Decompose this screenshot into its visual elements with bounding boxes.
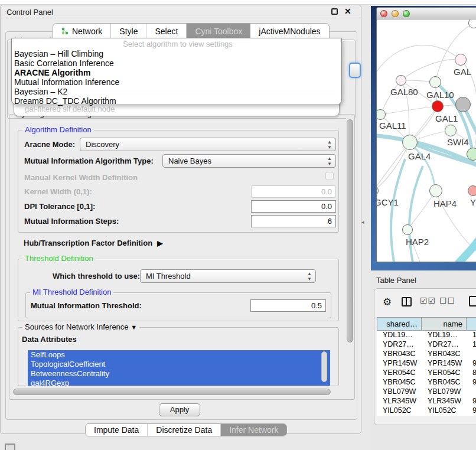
close-icon[interactable]: ✕ [344,6,351,16]
minimize-button[interactable] [392,10,399,17]
table-row[interactable]: YPR145WYPR145W9. [377,359,476,369]
attribute-item[interactable]: SelfLoops [28,350,330,360]
minimized-panel-icon[interactable] [5,444,15,450]
aracne-mode-combo[interactable]: Discovery ▲▼ [80,138,336,151]
network-view-window[interactable]: GALGAL80GAL10GAL1GAL11SWI4GAL4GCY1HAP4YH… [376,7,476,262]
table-row[interactable]: YIL052CYIL052C9 [377,406,476,416]
network-node-hap2[interactable] [402,224,413,235]
table-cell: YBR045C [377,378,422,387]
network-edge [377,142,410,191]
table-row[interactable]: YDL19…YDL19…13 [377,331,476,340]
tab-infer-network[interactable]: Infer Network [221,424,286,436]
algorithm-combo-button[interactable] [349,63,361,78]
node-label: Y [470,197,476,207]
algorithm-option[interactable]: Mutual Information Inference [14,77,341,87]
application-root: Control Panel ✕ NetworkStyleSelectCyni T… [0,0,476,450]
table-row[interactable]: YER054CYER054C8. [377,369,476,378]
network-node-gal10[interactable] [429,76,441,88]
settings-vertical-scrollbar[interactable] [346,118,354,391]
gear-icon[interactable]: ⚙ [383,296,392,308]
node-label: GAL4 [408,151,431,161]
column-browser-icon[interactable] [402,297,412,306]
table-cell: 9. [467,397,476,406]
hub-definition-toggle[interactable]: Hub/Transcription Factor Definition▶ [24,239,162,247]
table-row[interactable]: YBR045CYBR045C9. [377,378,476,387]
splitpane-collapse-arrow[interactable]: ◂ [361,219,364,225]
close-button[interactable] [380,10,387,17]
combo-spinner-icon: ▲▼ [307,271,312,282]
manual-kernel-checkbox[interactable] [325,172,334,180]
attribute-list-scrollbar[interactable] [321,351,328,384]
table-cell: YDL19… [422,331,467,340]
hub-definition-label: Hub/Transcription Factor Definition [24,239,152,247]
table-body: YDL19…YDL19…13YDR27…YDR27…12YBR043CYBR04… [377,331,476,416]
aracne-mode-value: Discovery [86,140,119,149]
tab-impute-data[interactable]: Impute Data [86,424,148,436]
network-node-gal80[interactable] [396,75,406,86]
algorithm-option[interactable]: Bayesian – Hill Climbing [14,49,341,58]
tab-network[interactable]: Network [53,24,111,39]
algorithm-option[interactable]: Dream8 DC_TDC Algorithm [14,96,341,106]
attribute-item[interactable]: gal4RGexp [28,379,330,386]
float-window-icon[interactable] [331,8,338,15]
tab-style[interactable]: Style [111,24,146,39]
deselect-all-icon[interactable]: ☐☐ [439,296,455,305]
table-row[interactable]: YLR345WYLR345W9. [377,397,476,406]
select-all-icon[interactable]: ☑☑ [420,296,436,305]
tab-discretize-data[interactable]: Discretize Data [148,424,221,436]
table-cell: YLR345W [422,397,467,406]
document-icon[interactable] [469,296,476,306]
table-header-row: shared…nameA [377,317,476,331]
data-attributes-label: Data Attributes [22,335,77,344]
which-threshold-combo[interactable]: MI Threshold ▲▼ [140,269,316,283]
mi-threshold-legend: MI Threshold Definition [30,288,113,296]
network-node-gal4[interactable] [402,135,418,150]
table-cell: YBL079W [422,387,467,397]
algorithm-definition-legend: Algorithm Definition [22,125,94,134]
apply-button[interactable]: Apply [159,403,200,416]
network-node-swi4[interactable] [445,125,457,136]
column-header-a[interactable]: A [467,317,476,331]
tab-select[interactable]: Select [146,24,187,39]
mi-steps-value: 6 [328,217,332,226]
network-desktop: GALGAL80GAL10GAL1GAL11SWI4GAL4GCY1HAP4YH… [371,6,476,270]
table-cell: YDR27… [422,340,467,350]
column-header-shared[interactable]: shared… [377,317,422,331]
mi-type-combo[interactable]: Naive Bayes ▲▼ [162,154,336,168]
algorithm-definition-groupbox: Algorithm Definition Aracne Mode: Discov… [18,130,339,233]
algorithm-option[interactable]: Bayesian – K2 [14,87,341,96]
algorithm-option[interactable]: ARACNE Algorithm [14,68,341,77]
network-node-y[interactable] [468,185,476,196]
mi-threshold-groupbox: MI Threshold Definition Mutual Informati… [25,292,331,318]
table-row[interactable]: YBR043CYBR043C [377,350,476,359]
dpi-tolerance-label: DPI Tolerance [0,1]: [24,202,95,211]
table-row[interactable]: YBL079WYBL079W [377,387,476,397]
settings-horizontal-scrollbar[interactable] [13,389,344,396]
table-cell: YBR045C [422,378,467,387]
mi-threshold-field[interactable]: 0.5 [250,299,326,312]
attribute-item[interactable]: BetweennessCentrality [28,369,330,379]
data-attributes-list[interactable]: SelfLoopsTopologicalCoefficientBetweenne… [28,350,330,386]
network-node-hap4[interactable] [429,184,442,197]
network-node-gal1[interactable] [432,100,444,112]
tab-jactivemnodules[interactable]: jActiveMNodules [250,24,328,39]
zoom-button[interactable] [403,10,410,17]
network-canvas[interactable]: GALGAL80GAL10GAL1GAL11SWI4GAL4GCY1HAP4YH… [377,19,476,262]
tab-cyni-toolbox[interactable]: Cyni Toolbox [187,24,250,39]
dpi-tolerance-field[interactable]: 0.0 [251,200,336,213]
network-node[interactable] [455,97,471,112]
table-cell: YIL052C [422,406,467,416]
node-attribute-table[interactable]: shared…nameA YDL19…YDL19…13YDR27…YDR27…1… [377,317,476,416]
network-node[interactable] [467,148,476,161]
network-node-gal[interactable] [455,54,467,66]
table-row[interactable]: YDR27…YDR27…12 [377,340,476,350]
node-label: GCY1 [377,197,399,207]
attribute-item[interactable]: TopologicalCoefficient [28,360,330,369]
dpi-tolerance-value: 0.0 [321,202,332,211]
expanded-arrow-icon[interactable]: ▼ [131,324,137,331]
column-header-name[interactable]: name [422,317,467,331]
kernel-width-field[interactable]: 0.0 [251,185,336,198]
mi-steps-field[interactable]: 6 [251,215,336,227]
threshold-definition-legend: Threshold Definition [22,254,96,263]
algorithm-option[interactable]: Basic Correlation Inference [14,58,341,68]
